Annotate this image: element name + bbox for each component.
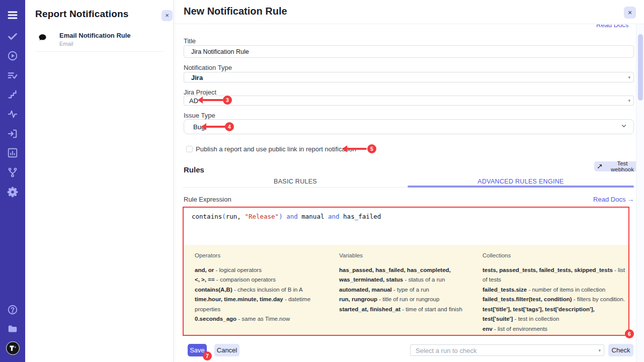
analytics-activity-icon[interactable] bbox=[0, 108, 25, 120]
help-item: tests, passed_tests, failed_tests, skipp… bbox=[482, 265, 626, 285]
help-item: contains(A,B) - checks inclusion of B in… bbox=[195, 285, 332, 295]
milestones-steps-icon[interactable] bbox=[0, 88, 25, 101]
help-icon[interactable] bbox=[0, 304, 25, 316]
publish-report-checkbox[interactable] bbox=[186, 146, 193, 152]
scrollbar-track[interactable] bbox=[636, 24, 644, 362]
help-item: test['title'], test['tags'], test['descr… bbox=[482, 305, 626, 324]
read-docs-top-link[interactable]: Read Docs → bbox=[596, 25, 634, 31]
help-column-header: Variables bbox=[339, 251, 480, 261]
title-input[interactable] bbox=[184, 45, 634, 58]
help-item: time.hour, time.minute, time.day - datet… bbox=[195, 295, 332, 314]
select-arrow-icon: ▾ bbox=[628, 75, 630, 80]
help-item: env - list of environments bbox=[482, 324, 626, 334]
chevron-down-icon bbox=[620, 123, 627, 131]
annotation-arrow-5 bbox=[347, 148, 367, 150]
notification-list-item[interactable]: Email Notification Rule Email bbox=[35, 30, 164, 52]
branch-icon[interactable] bbox=[0, 166, 25, 178]
app-root: Report Notifications × Email Notificatio… bbox=[0, 0, 644, 362]
settings-gear-icon[interactable] bbox=[0, 186, 25, 198]
drawer-header: New Notification Rule × bbox=[174, 0, 644, 24]
help-items-collections: tests, passed_tests, failed_tests, skipp… bbox=[482, 265, 626, 334]
scrollbar-thumb[interactable] bbox=[638, 34, 643, 101]
report-notifications-panel: Report Notifications × Email Notificatio… bbox=[25, 0, 174, 362]
logo-t-icon[interactable] bbox=[0, 341, 25, 355]
publish-report-label: Publish a report and use public link in … bbox=[196, 145, 356, 153]
issue-type-select[interactable]: Bug bbox=[184, 119, 634, 134]
help-items-operators: and, or - logical operators<, >, == - co… bbox=[195, 265, 332, 324]
pulls-sign-in-icon[interactable] bbox=[0, 128, 25, 140]
issue-type-label: Issue Type bbox=[184, 112, 215, 119]
help-item: <, >, == - comparison operators bbox=[195, 275, 332, 285]
jira-project-label: Jira Project bbox=[184, 88, 216, 96]
tab-advanced-rules-engine[interactable]: ADVANCED RULES ENGINE bbox=[408, 178, 633, 185]
select-arrow-icon: ▾ bbox=[598, 348, 601, 353]
chat-bubble-icon bbox=[38, 33, 47, 44]
help-item: started_at, finished_at - time of start … bbox=[339, 305, 480, 315]
reports-bar-chart-icon[interactable] bbox=[0, 147, 25, 159]
run-to-check-select[interactable]: Select a run to check ▾ bbox=[410, 344, 604, 356]
read-docs-link[interactable]: Read Docs → bbox=[593, 196, 634, 203]
panel-title: Report Notifications bbox=[35, 9, 129, 20]
help-item: 0.seconds_ago - same as Time.now bbox=[195, 314, 332, 324]
runs-play-icon[interactable] bbox=[0, 50, 25, 62]
notification-item-subtitle: Email bbox=[59, 41, 73, 47]
help-items-variables: has_passed, has_failed, has_completed, w… bbox=[339, 265, 480, 315]
notification-type-select[interactable]: Jira ▾ bbox=[184, 72, 634, 82]
plans-list-check-icon[interactable] bbox=[0, 69, 25, 81]
help-column-header: Operators bbox=[195, 251, 332, 261]
folder-icon[interactable] bbox=[0, 323, 25, 335]
panel-close-button[interactable]: × bbox=[162, 10, 173, 21]
annotation-arrow-4 bbox=[206, 126, 226, 128]
check-button[interactable]: Check bbox=[608, 344, 633, 356]
help-item: run, rungroup - title of run or rungroup bbox=[339, 295, 480, 305]
annotation-badge-4: 4 bbox=[225, 122, 234, 131]
app-sidebar bbox=[0, 0, 25, 362]
active-tab-underline bbox=[408, 186, 634, 188]
rule-expression-code: contains(run, "Release") and manual and … bbox=[192, 213, 381, 220]
menu-icon[interactable] bbox=[0, 9, 25, 21]
webhook-icon bbox=[597, 163, 603, 170]
annotation-arrow-3 bbox=[202, 99, 223, 101]
expression-help-panel: Operators and, or - logical operators<, … bbox=[184, 245, 628, 335]
jira-project-value: AD bbox=[189, 97, 198, 105]
help-item: has_passed, has_failed, has_completed, w… bbox=[339, 265, 480, 285]
help-item: failed_tests.filter(test, condition) - f… bbox=[482, 295, 626, 305]
rule-expression-editor[interactable]: contains(run, "Release") and manual and … bbox=[184, 208, 628, 245]
drawer-title: New Notification Rule bbox=[184, 6, 287, 17]
new-notification-rule-drawer: New Notification Rule × Read Docs → Titl… bbox=[174, 0, 644, 362]
rule-editor-annotated-box: contains(run, "Release") and manual and … bbox=[183, 207, 629, 336]
help-column-collections: Collections tests, passed_tests, failed_… bbox=[482, 251, 626, 334]
notification-item-title: Email Notification Rule bbox=[59, 32, 131, 39]
select-arrow-icon: ▾ bbox=[628, 98, 630, 103]
annotation-badge-6: 6 bbox=[625, 329, 634, 338]
rules-heading: Rules bbox=[184, 165, 204, 174]
run-select-placeholder: Select a run to check bbox=[416, 346, 476, 354]
drawer-close-button[interactable]: × bbox=[624, 7, 636, 19]
annotation-badge-7: 7 bbox=[203, 351, 212, 360]
cancel-button[interactable]: Cancel bbox=[214, 344, 239, 356]
tab-basic-rules[interactable]: BASIC RULES bbox=[183, 178, 408, 185]
help-column-operators: Operators and, or - logical operators<, … bbox=[195, 251, 332, 324]
rule-expression-label: Rule Expression bbox=[184, 196, 231, 203]
help-column-variables: Variables has_passed, has_failed, has_co… bbox=[339, 251, 480, 314]
annotation-badge-5: 5 bbox=[367, 144, 376, 153]
notification-type-label: Notification Type bbox=[184, 64, 232, 71]
notification-type-value: Jira bbox=[191, 73, 203, 81]
annotation-badge-3: 3 bbox=[223, 96, 232, 105]
help-item: automated, manual - type of a run bbox=[339, 285, 480, 295]
help-item: failed_tests.size - number of items in c… bbox=[482, 285, 626, 295]
jira-project-select[interactable]: AD ▾ bbox=[184, 96, 634, 106]
help-item: and, or - logical operators bbox=[195, 265, 332, 276]
tests-check-icon[interactable] bbox=[0, 31, 25, 43]
title-label: Title bbox=[184, 37, 196, 45]
help-column-header: Collections bbox=[482, 251, 626, 261]
